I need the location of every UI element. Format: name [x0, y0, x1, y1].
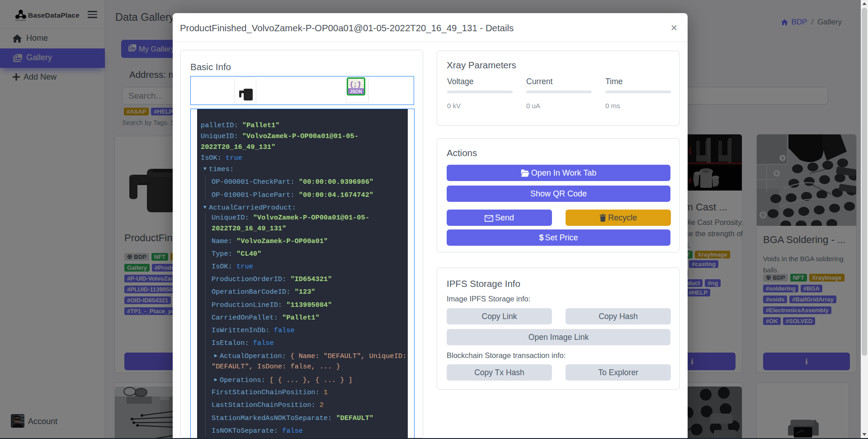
svg-text:JSON: JSON: [349, 89, 362, 94]
svg-text:{;}: {;}: [349, 81, 361, 88]
